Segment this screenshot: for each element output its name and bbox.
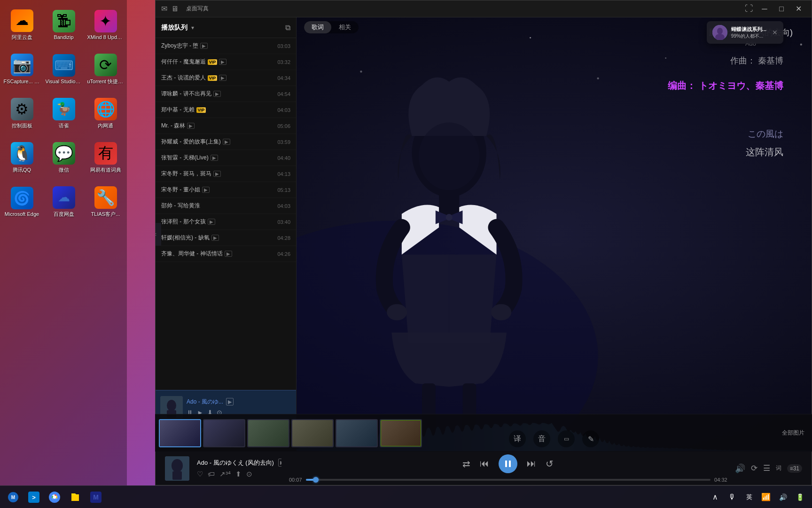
lyrics-btn[interactable]: 词	[776, 464, 781, 472]
playlist-item-name-8: 宋冬野 - 斑马，斑马 ▶	[161, 170, 273, 178]
playlist-item-12[interactable]: 轩媛(相信光) - 缺氧 ▶ 04:28	[156, 230, 296, 246]
taskbar-lang-icon[interactable]: 英	[742, 491, 756, 504]
vip-badge-2: VIP	[208, 75, 218, 81]
desktop-item-utorrent[interactable]: ⟳ uTorrent 快捷方式	[86, 48, 125, 90]
next-btn[interactable]: ⏭	[527, 458, 536, 469]
prev-btn[interactable]: ⏮	[480, 458, 489, 469]
svg-text:M: M	[93, 493, 99, 501]
taskbar-wifi-icon[interactable]: 📶	[759, 491, 773, 504]
loop-icon[interactable]: ⟳	[751, 463, 757, 473]
playlist-item-13[interactable]: 齐豫、周华健 - 神话情话 ▶ 04:26	[156, 246, 296, 262]
taskbar-musescore[interactable]: M	[4, 488, 23, 507]
repeat-btn[interactable]: ↺	[546, 458, 554, 469]
video-icon[interactable]: ▭	[558, 430, 575, 447]
playlist-item-9[interactable]: 宋冬野 - 董小姐 ▶ 05:13	[156, 182, 296, 198]
desktop-item-baidu[interactable]: ☁ 百度网盘	[44, 181, 84, 223]
playlist-item-0[interactable]: Zyboy忠宇 - 堕 ▶ 03:03	[156, 38, 296, 54]
thumb-1[interactable]	[203, 419, 245, 447]
mail-icon[interactable]: ✉	[161, 4, 167, 13]
svg-point-9	[800, 43, 802, 45]
related-tab[interactable]: 相关	[331, 21, 359, 33]
playlist-item-5[interactable]: Mr. - 森林 ▶ 05:06	[156, 118, 296, 134]
playlist-item-duration-8: 04:13	[277, 171, 290, 177]
playlist-item-duration-3: 04:54	[277, 91, 290, 97]
taskbar-volume-icon[interactable]: 🔊	[776, 491, 789, 504]
vip-badge-1: VIP	[208, 59, 218, 65]
desktop-item-tlias[interactable]: 🔧 TLIAS客户...	[86, 181, 125, 223]
monitor-icon[interactable]: 🖥	[171, 5, 179, 13]
edit-lyric-icon[interactable]: ✎	[582, 430, 599, 447]
playlist-item-10[interactable]: 邵帅 - 写给黄淮 04:03	[156, 198, 296, 214]
desktop-item-fscapture[interactable]: 📷 FSCapture... 快捷方式	[2, 48, 42, 90]
playlist-item-7[interactable]: 张智霖 - 天梯(Live) ▶ 04:40	[156, 150, 296, 166]
playlist-item-3[interactable]: 谭咏麟 - 讲不出再见 ▶ 04:54	[156, 86, 296, 102]
like-icon[interactable]: ♡	[197, 470, 203, 478]
lyrics-tab[interactable]: 歌词	[304, 21, 331, 33]
playlist-collapse-arrow[interactable]: ‹	[156, 223, 161, 246]
translate-icon[interactable]: 译	[509, 430, 526, 447]
thumb-2[interactable]	[247, 419, 289, 447]
desktop-item-edge[interactable]: 🌀 Microsoft Edge	[2, 181, 42, 223]
playlist-item-name-3: 谭咏麟 - 讲不出再见 ▶	[161, 90, 273, 98]
playlist-item-4[interactable]: 郑中基 - 无赖 VIP 04:03	[156, 102, 296, 118]
svg-point-1	[167, 400, 176, 411]
more-icon[interactable]: ⊙	[246, 470, 252, 478]
maximize-button[interactable]: □	[774, 1, 789, 16]
desktop-item-netease[interactable]: 有 网易有道词典	[86, 136, 125, 179]
audio-effect-icon[interactable]: 音	[533, 430, 550, 447]
collect-icon[interactable]: 🏷	[208, 470, 215, 478]
taskbar-app[interactable]: M	[86, 488, 105, 507]
minimize-button[interactable]: ─	[757, 1, 772, 16]
player-song-name: Ado - 風のゆくえ (风的去向) ▶	[197, 459, 281, 467]
playlist-item-2[interactable]: 王杰 - 说谎的爱人 VIP ▶ 04:34	[156, 70, 296, 86]
thumb-0[interactable]	[159, 419, 201, 447]
player-mv-icon[interactable]: ▶	[278, 459, 281, 467]
desktop-item-qq[interactable]: 🐧 腾讯QQ	[2, 136, 42, 179]
playlist-item-6[interactable]: 孙耀威 - 爱的故事(上集) ▶ 03:59	[156, 134, 296, 150]
taskbar-mic-icon[interactable]: 🎙	[726, 491, 739, 504]
playlist-item-name-6: 孙耀威 - 爱的故事(上集) ▶	[161, 138, 273, 146]
svg-rect-26	[172, 471, 182, 480]
share-count-icon[interactable]: ↗³⁴	[219, 470, 231, 478]
taskbar-vscode[interactable]: >	[24, 488, 43, 507]
screenshot-btn[interactable]: 桌面写真	[182, 3, 212, 15]
notification-close-btn[interactable]: ✕	[772, 29, 778, 36]
playlist-icon[interactable]: ☰	[763, 463, 770, 473]
playlist-item-11[interactable]: 张泽熙 - 那个女孩 ▶ 03:40	[156, 214, 296, 230]
bandizip-label: Bandizip	[54, 34, 73, 40]
taskbar-expand-icon[interactable]: ∧	[709, 491, 722, 504]
shuffle-btn[interactable]: ⇄	[462, 458, 470, 469]
desktop-item-aliyun[interactable]: ☁ 阿里云盘	[2, 4, 42, 46]
desktop-item-intranet[interactable]: 🌐 内网通	[86, 92, 125, 135]
pause-btn[interactable]	[499, 454, 517, 473]
taskbar-chrome[interactable]	[45, 488, 64, 507]
playlist-external-icon[interactable]: ⧉	[285, 24, 290, 32]
share-icon[interactable]: ⬆	[235, 470, 242, 478]
playlist-dropdown-btn[interactable]: ▾	[191, 24, 194, 31]
svg-text:M: M	[11, 495, 15, 500]
window-body: ‹ 播放队列 ▾ ⧉ Zyboy忠宇 - 堕 ▶	[156, 17, 812, 451]
wechat-label: 微信	[59, 167, 69, 174]
mv-badge-8: ▶	[213, 171, 221, 177]
progress-area: ⇄ ⏮ ⏭ ↺ 00:07	[289, 454, 727, 483]
desktop-item-sparrow[interactable]: 🦆 语雀	[44, 92, 84, 135]
baidu-icon: ☁	[53, 186, 75, 209]
progress-current: 00:07	[289, 477, 302, 483]
desktop-item-wechat[interactable]: 💬 微信	[44, 136, 84, 179]
desktop-item-bandizip[interactable]: 🗜 Bandizip	[44, 4, 84, 46]
desktop-item-vscode[interactable]: ⌨ Visual Studio Code	[44, 48, 84, 90]
playlist-item-1[interactable]: 何仟仟 - 魔鬼邂逅 VIP ▶ 03:32	[156, 54, 296, 70]
desktop-item-xmind[interactable]: ✦ XMind 8 Update 9	[86, 4, 125, 46]
volume-icon[interactable]: 🔊	[735, 463, 745, 474]
taskbar-files[interactable]	[66, 488, 85, 507]
taskbar-battery-icon[interactable]: 🔋	[793, 491, 806, 504]
mv-small-icon[interactable]: ▶	[226, 398, 234, 405]
desktop-item-controlpanel[interactable]: ⚙ 控制面板	[2, 92, 42, 135]
progress-track[interactable]	[306, 479, 711, 481]
playlist-item-8[interactable]: 宋冬野 - 斑马，斑马 ▶ 04:13	[156, 166, 296, 182]
close-button[interactable]: ✕	[791, 1, 806, 16]
playlist-item-duration-5: 05:06	[277, 123, 290, 129]
player-thumbnail[interactable]	[165, 456, 189, 481]
expand-icon[interactable]: ⛶	[745, 4, 753, 14]
playlist-count[interactable]: ≡31	[787, 464, 802, 473]
